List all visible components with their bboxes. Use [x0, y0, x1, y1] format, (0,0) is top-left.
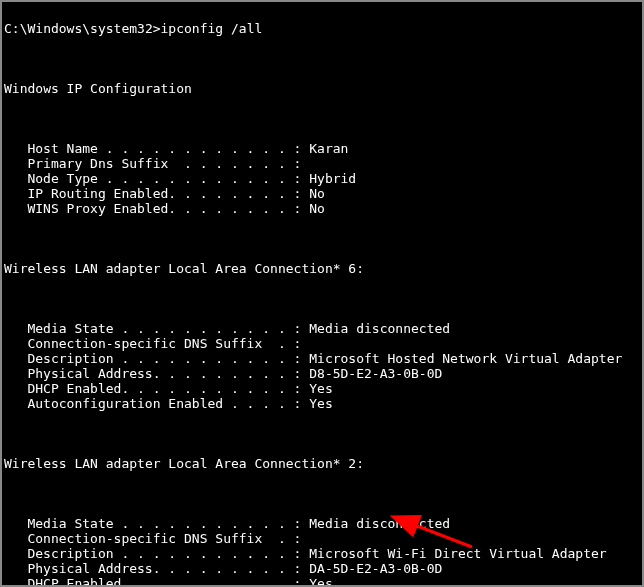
config-row: Primary Dns Suffix . . . . . . . :	[4, 156, 640, 171]
adapter-title: Wireless LAN adapter Local Area Connecti…	[4, 456, 640, 471]
config-row: Connection-specific DNS Suffix . :	[4, 531, 640, 546]
config-row: DHCP Enabled. . . . . . . . . . . : Yes	[4, 381, 640, 396]
config-row: Autoconfiguration Enabled . . . . : Yes	[4, 396, 640, 411]
config-row: Physical Address. . . . . . . . . : DA-5…	[4, 561, 640, 576]
config-row: Media State . . . . . . . . . . . : Medi…	[4, 516, 640, 531]
config-row: IP Routing Enabled. . . . . . . . : No	[4, 186, 640, 201]
terminal-output: C:\Windows\system32>ipconfig /all Window…	[2, 2, 642, 587]
config-row: Description . . . . . . . . . . . : Micr…	[4, 546, 640, 561]
config-row: Host Name . . . . . . . . . . . . : Kara…	[4, 141, 640, 156]
config-row: DHCP Enabled. . . . . . . . . . . : Yes	[4, 576, 640, 587]
config-row: Description . . . . . . . . . . . : Micr…	[4, 351, 640, 366]
config-row: WINS Proxy Enabled. . . . . . . . : No	[4, 201, 640, 216]
config-row: Physical Address. . . . . . . . . : D8-5…	[4, 366, 640, 381]
adapter-title: Wireless LAN adapter Local Area Connecti…	[4, 261, 640, 276]
config-row: Media State . . . . . . . . . . . : Medi…	[4, 321, 640, 336]
config-row: Connection-specific DNS Suffix . :	[4, 336, 640, 351]
section-header: Windows IP Configuration	[4, 81, 640, 96]
config-row: Node Type . . . . . . . . . . . . : Hybr…	[4, 171, 640, 186]
command-prompt: C:\Windows\system32>ipconfig /all	[4, 21, 640, 36]
